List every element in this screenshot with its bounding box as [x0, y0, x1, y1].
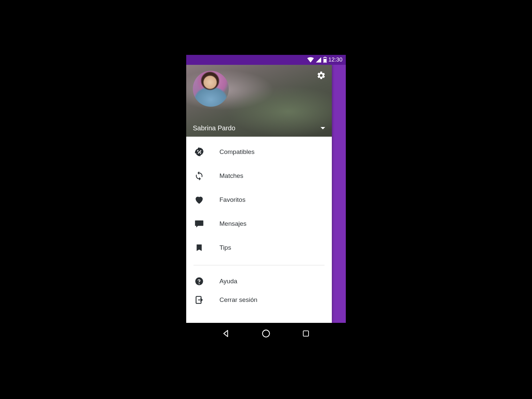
chat-icon — [194, 218, 205, 229]
settings-button[interactable] — [315, 69, 328, 82]
menu-label: Matches — [219, 172, 243, 180]
menu-item-logout[interactable]: Cerrar sesión — [186, 291, 332, 309]
menu-label: Compatibles — [219, 148, 255, 156]
divider — [194, 265, 325, 265]
heart-icon — [194, 194, 205, 205]
menu-item-tips[interactable]: Tips — [186, 236, 332, 260]
status-time: 12:30 — [328, 57, 342, 63]
user-name: Sabrina Pardo — [193, 124, 235, 132]
svg-point-5 — [263, 330, 270, 337]
back-icon — [221, 329, 231, 338]
menu-item-compatibles[interactable]: Compatibles — [186, 140, 332, 164]
avatar[interactable] — [193, 71, 229, 107]
gear-icon — [317, 71, 326, 80]
phone-frame: 12:30 Sabrina Pardo Compatibles — [186, 55, 346, 344]
home-icon — [261, 329, 271, 338]
nav-drawer: Sabrina Pardo Compatibles Matches — [186, 65, 332, 323]
recents-icon — [302, 330, 310, 337]
drawer-header: Sabrina Pardo — [186, 65, 332, 137]
menu-label: Ayuda — [219, 278, 237, 285]
status-icons — [307, 57, 327, 63]
chevron-down-icon — [321, 127, 325, 129]
menu-item-favoritos[interactable]: Favoritos — [186, 188, 332, 212]
menu-item-mensajes[interactable]: Mensajes — [186, 212, 332, 236]
menu-item-matches[interactable]: Matches — [186, 164, 332, 188]
help-icon — [194, 276, 205, 287]
menu-label: Tips — [219, 244, 231, 251]
svg-rect-2 — [324, 59, 327, 63]
menu-label: Cerrar sesión — [219, 296, 257, 304]
percent-badge-icon — [194, 146, 205, 158]
logout-icon — [194, 294, 205, 306]
wifi-icon — [307, 57, 314, 63]
back-button[interactable] — [219, 326, 233, 341]
menu: Compatibles Matches Favoritos — [186, 137, 332, 323]
menu-bottom: Ayuda Cerrar sesión — [186, 271, 332, 309]
menu-label: Mensajes — [219, 220, 246, 227]
menu-label: Favoritos — [219, 196, 245, 203]
recents-button[interactable] — [299, 326, 313, 341]
screen: Sabrina Pardo Compatibles Matches — [186, 65, 346, 323]
account-row[interactable]: Sabrina Pardo — [193, 124, 325, 132]
cell-signal-icon — [316, 57, 321, 63]
status-bar: 12:30 — [186, 55, 346, 65]
bookmark-icon — [194, 242, 205, 253]
android-navbar — [186, 323, 346, 344]
svg-rect-6 — [303, 331, 309, 336]
menu-item-ayuda[interactable]: Ayuda — [186, 272, 332, 291]
sync-icon — [194, 170, 205, 182]
home-button[interactable] — [259, 326, 273, 341]
battery-icon — [323, 57, 327, 63]
